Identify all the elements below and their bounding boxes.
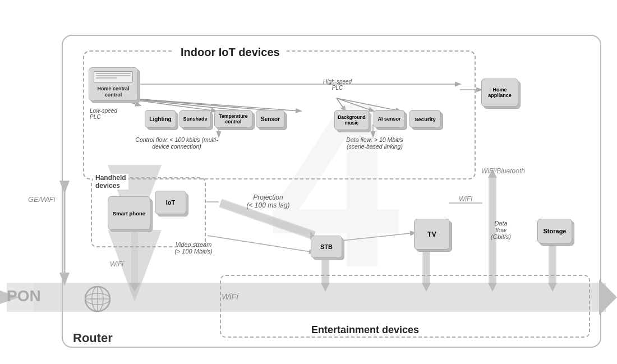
stb-box: STB	[311, 236, 342, 258]
wifi-bt-label: WiFi/Bluetooth	[481, 167, 525, 175]
sunshade-box: Sunshade	[179, 110, 211, 128]
sensor-box: Sensor	[256, 110, 285, 128]
storage-box: Storage	[537, 219, 572, 243]
video-stream-label: Video stream(> 100 Mbit/s)	[157, 241, 230, 255]
wifi-tv-label: WiFi	[459, 195, 472, 203]
projection-label: Projection(< 100 ms lag)	[234, 193, 302, 209]
svg-marker-2	[599, 279, 617, 315]
security-box: Security	[409, 110, 441, 128]
pon-label: PON	[7, 287, 41, 305]
temperature-box: Temperature control	[214, 110, 252, 128]
router-icon	[77, 285, 118, 313]
home-appliance-box: Home appliance	[481, 79, 518, 107]
data-flow-text: Data flow: > 10 Mbit/s(scene-based linki…	[330, 136, 420, 150]
iot-box: IoT	[155, 191, 186, 214]
lighting-box: Lighting	[145, 110, 176, 128]
ai-sensor-box: AI sensor	[374, 110, 405, 128]
background-music-box: Background music	[334, 110, 369, 130]
wifi-bottom-label: WiFi	[222, 292, 238, 301]
home-central-box: Home central control	[89, 67, 138, 101]
smartphone-box: Smart phone	[108, 196, 150, 230]
handheld-label: Handhelddevices	[93, 174, 128, 190]
entertainment-label: Entertainment devices	[311, 324, 419, 336]
ge-wifi-label: GE/WiFi	[28, 195, 55, 204]
diagram-container: Indoor IoT devices Home central control …	[0, 0, 617, 364]
tv-box: TV	[414, 219, 450, 250]
wifi-handheld-label: WiFi	[110, 260, 123, 268]
high-speed-label: High-speedPLC	[323, 79, 352, 91]
data-flow-gbit-label: Dataflow(Gbit/s)	[481, 220, 521, 240]
control-flow-text: Control flow: < 100 kbit/s (multi-device…	[132, 136, 222, 150]
low-speed-label: Low-speedPLC	[90, 108, 117, 120]
router-label: Router	[73, 331, 113, 345]
indoor-iot-title: Indoor IoT devices	[174, 46, 287, 59]
